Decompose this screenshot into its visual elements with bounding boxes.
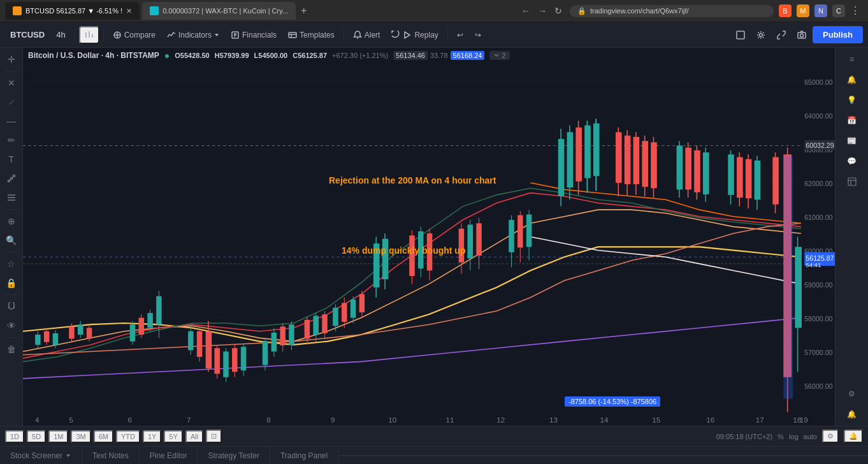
tab-kucoin[interactable]: 0.00000372 | WAX-BTC | KuCoin | Cry... xyxy=(142,2,296,20)
toolbar-separator-4 xyxy=(447,29,448,41)
brush-tool[interactable]: ✏ xyxy=(3,131,20,149)
refresh-button[interactable]: ↻ xyxy=(552,4,565,17)
svg-rect-153 xyxy=(755,161,761,199)
timeframe-selector[interactable]: 4h xyxy=(51,27,70,42)
svg-rect-49 xyxy=(78,324,83,335)
period-1y[interactable]: 1Y xyxy=(143,430,161,443)
metamask-icon[interactable]: M xyxy=(797,4,809,17)
chat-button[interactable]: 💬 xyxy=(841,152,864,170)
candles-section1 xyxy=(35,291,162,348)
tab-trading-panel[interactable]: Trading Panel xyxy=(270,447,338,464)
candlestick-chart[interactable]: 4 5 6 7 8 9 10 11 12 13 14 15 16 17 18 1… xyxy=(23,48,835,426)
lock-icon: 🔒 xyxy=(577,7,586,15)
eye-tool[interactable]: 👁 xyxy=(3,317,20,335)
symbol-label[interactable]: BTCUSD xyxy=(5,27,50,42)
period-all[interactable]: All xyxy=(185,430,203,443)
compare-button[interactable]: Compare xyxy=(108,28,161,42)
settings-icon[interactable]: ⋮ xyxy=(850,4,863,17)
brave-icon[interactable]: B xyxy=(779,4,792,17)
camera-button[interactable] xyxy=(792,28,811,42)
log-label[interactable]: log xyxy=(789,433,799,440)
svg-rect-135 xyxy=(642,141,648,187)
ideas-button[interactable]: 💡 xyxy=(841,91,864,109)
svg-line-22 xyxy=(10,179,11,180)
period-1d[interactable]: 1D xyxy=(5,430,24,443)
measure-tool[interactable]: ⊕ xyxy=(3,212,20,230)
kucoin-favicon xyxy=(150,6,159,15)
address-bar[interactable]: 🔒 tradingview.com/chart/Q6wx7ijf/ xyxy=(570,5,774,17)
crosshair-tool[interactable]: ✕ xyxy=(3,74,20,92)
tab-strategy-tester[interactable]: Strategy Tester xyxy=(198,447,270,464)
notifications-button[interactable]: 🔔 xyxy=(841,405,864,423)
tab-btcusd[interactable]: BTCUSD 56125.87 ▼ -6.51% ! ✕ xyxy=(5,2,140,20)
svg-rect-53 xyxy=(130,324,135,341)
financials-button[interactable]: Financials xyxy=(226,28,282,42)
alert-button[interactable]: Alert xyxy=(348,28,386,42)
settings-panel-button[interactable]: ⚙ xyxy=(841,385,864,403)
pattern-tool[interactable] xyxy=(3,170,20,187)
data-window-button[interactable] xyxy=(841,173,864,191)
svg-rect-89 xyxy=(333,308,338,326)
news-button[interactable]: 📰 xyxy=(841,132,864,150)
tab-pine-editor[interactable]: Pine Editor xyxy=(140,447,198,464)
tab-close-btcusd[interactable]: ✕ xyxy=(126,7,132,15)
calendar-button[interactable]: 📅 xyxy=(841,112,864,129)
cursor-tool[interactable]: ✛ xyxy=(3,50,20,68)
text-tool[interactable]: T xyxy=(3,150,20,168)
chart-area[interactable]: Bitcoin / U.S. Dollar · 4h · BITSTAMP ● … xyxy=(23,48,835,426)
lock-tool[interactable]: 🔒 xyxy=(3,274,20,292)
indicators-button[interactable]: Indicators xyxy=(162,28,224,42)
back-button[interactable]: ← xyxy=(519,4,533,17)
svg-text:12: 12 xyxy=(496,416,505,424)
expand-button[interactable] xyxy=(772,28,791,42)
trading-panel-label: Trading Panel xyxy=(280,451,328,460)
period-5y[interactable]: 5Y xyxy=(164,430,182,443)
svg-rect-93 xyxy=(351,300,356,318)
new-tab-button[interactable]: + xyxy=(298,4,309,18)
replay-button[interactable]: Replay xyxy=(386,28,443,42)
period-5d[interactable]: 5D xyxy=(27,430,46,443)
period-3m[interactable]: 3M xyxy=(71,430,90,443)
tab-text-notes[interactable]: Text Notes xyxy=(82,447,140,464)
fullscreen-button[interactable] xyxy=(731,28,750,42)
tab-stock-screener[interactable]: Stock Screener xyxy=(0,447,82,464)
period-1m[interactable]: 1M xyxy=(48,430,68,443)
redo-button[interactable]: ↪ xyxy=(470,28,486,42)
templates-button[interactable]: Templates xyxy=(283,28,340,42)
trash-tool[interactable]: 🗑 xyxy=(3,340,20,358)
ext3-icon[interactable]: N xyxy=(814,4,827,17)
chart-type-button[interactable] xyxy=(79,26,99,44)
svg-text:9: 9 xyxy=(331,416,335,424)
svg-rect-123 xyxy=(575,127,582,182)
period-ytd[interactable]: YTD xyxy=(116,430,140,443)
fibonacci-tool[interactable] xyxy=(3,189,20,207)
auto-label[interactable]: auto xyxy=(804,433,817,440)
percent-label[interactable]: % xyxy=(778,433,784,440)
settings-button[interactable] xyxy=(751,28,770,42)
horizontal-line-tool[interactable]: — xyxy=(3,112,20,130)
ext4-icon[interactable]: C xyxy=(832,4,845,17)
svg-rect-75 xyxy=(263,342,268,365)
svg-rect-111 xyxy=(476,223,481,256)
drop-info-box: -8758.06 (-14.53%) -875806 xyxy=(565,396,660,407)
svg-rect-85 xyxy=(313,315,318,335)
chart-settings-bottom[interactable]: ⚙ xyxy=(822,430,839,443)
watchlist-tool[interactable]: ☆ xyxy=(3,255,20,273)
fit-chart-button[interactable]: ⊡ xyxy=(206,430,222,443)
zoom-tool[interactable]: 🔍 xyxy=(3,231,20,249)
undo-button[interactable]: ↩ xyxy=(452,28,468,42)
watchlist-button[interactable]: ≡ xyxy=(841,50,864,68)
svg-text:56000.00: 56000.00 xyxy=(804,382,832,390)
trend-line-tool[interactable]: ⟋ xyxy=(3,93,20,111)
period-6m[interactable]: 6M xyxy=(94,430,113,443)
alert-panel-button[interactable]: 🔔 xyxy=(841,71,864,89)
svg-rect-119 xyxy=(558,139,565,196)
magnet-tool[interactable] xyxy=(3,298,20,315)
publish-button[interactable]: Publish xyxy=(813,26,863,43)
svg-rect-115 xyxy=(517,215,523,248)
alerts-bottom[interactable]: 🔔 xyxy=(844,430,863,443)
svg-rect-91 xyxy=(342,303,347,322)
forward-button[interactable]: → xyxy=(535,4,549,17)
svg-rect-191 xyxy=(848,178,856,185)
svg-rect-97 xyxy=(373,243,380,287)
